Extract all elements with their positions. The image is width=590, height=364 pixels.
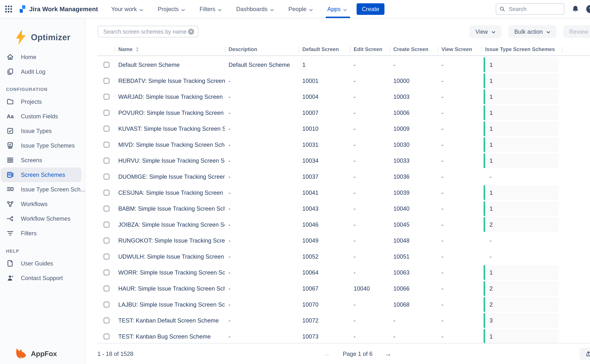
sidebar-item-label: Issue Type Schemes <box>21 142 75 149</box>
main-content: ✕ View Bulk action Review changes <box>85 18 590 364</box>
cell-name: HURVU: Simple Issue Tracking Screen Sc..… <box>115 157 225 164</box>
row-checkbox[interactable] <box>103 62 109 68</box>
app-title: Optimizer <box>31 32 70 42</box>
bulk-action-button[interactable]: Bulk action <box>508 25 556 38</box>
issue-type-schemes-icon <box>6 142 14 150</box>
column-header-end-spacer <box>562 46 590 52</box>
export-button[interactable]: Export <box>579 348 590 360</box>
nav-item-filters[interactable]: Filters <box>200 0 222 18</box>
sidebar-item-audit-log[interactable]: Audit Log <box>0 64 85 79</box>
sidebar-item-contact-support[interactable]: Contact Support <box>0 271 85 285</box>
sidebar-item-workflows[interactable]: Workflows <box>0 197 85 211</box>
sidebar-item-issue-type-schemes[interactable]: Issue Type Schemes <box>0 138 85 153</box>
row-checkbox[interactable] <box>103 94 109 100</box>
jira-brand[interactable]: Jira Work Management <box>19 0 98 18</box>
table-row: UDWULH: Simple Issue Tracking Screen S..… <box>97 249 590 265</box>
cell-edit-screen: - <box>350 237 390 244</box>
row-checkbox[interactable] <box>103 286 109 292</box>
cell-default-screen: 10031 <box>299 141 350 148</box>
create-button[interactable]: Create <box>357 3 384 15</box>
cell-create-screen: 10045 <box>390 221 438 228</box>
chevron-down-icon <box>343 6 347 13</box>
cell-edit-screen: - <box>350 93 390 100</box>
sidebar-item-user-guides[interactable]: User Guides <box>0 256 85 271</box>
cell-view-screen: - <box>438 173 482 180</box>
previous-page-arrow-icon[interactable]: ← <box>324 351 331 357</box>
jira-logo-icon <box>19 5 26 13</box>
cell-edit-screen: - <box>350 253 390 260</box>
optimizer-logo: Optimizer <box>0 18 85 46</box>
table-row: WARJAD: Simple Issue Tracking Screen S..… <box>97 89 590 105</box>
nav-item-people[interactable]: People <box>288 0 313 18</box>
folder-icon <box>6 98 14 106</box>
chevron-down-icon <box>546 28 550 35</box>
cell-create-screen: 10009 <box>390 125 438 132</box>
table-row: TEST: Kanban Default Screen Scheme - 100… <box>97 312 590 329</box>
row-checkbox[interactable] <box>103 190 109 196</box>
global-search-input[interactable] <box>508 6 561 13</box>
sidebar-item-projects[interactable]: Projects <box>0 94 85 109</box>
row-checkbox[interactable] <box>103 301 109 307</box>
view-button[interactable]: View <box>469 25 502 38</box>
sidebar-section-configuration: CONFIGURATION <box>6 87 85 92</box>
primary-nav-menu: Your work Projects Filters Dashboards Pe… <box>111 0 347 18</box>
cell-default-screen: 10073 <box>299 333 350 340</box>
cell-create-screen: - <box>390 333 438 340</box>
row-checkbox[interactable] <box>103 142 109 148</box>
nav-item-apps[interactable]: Apps <box>327 0 347 18</box>
row-checkbox[interactable] <box>103 333 109 339</box>
column-header-name[interactable]: Name <box>115 46 225 52</box>
clear-search-icon[interactable]: ✕ <box>188 29 194 35</box>
pagination: ← Page 1 of 6 → <box>324 351 391 357</box>
row-checkbox[interactable] <box>103 238 109 244</box>
cell-default-screen: 10041 <box>299 189 350 196</box>
row-checkbox[interactable] <box>103 110 109 116</box>
scheme-search-input[interactable] <box>102 28 188 35</box>
review-changes-button[interactable]: Review changes <box>563 25 590 38</box>
scheme-search[interactable]: ✕ <box>97 26 199 38</box>
cell-view-screen: - <box>438 301 482 308</box>
row-checkbox[interactable] <box>103 318 109 324</box>
sidebar-item-filters[interactable]: Filters <box>0 226 85 240</box>
cell-issue-type-screen-schemes: 1 <box>482 105 562 121</box>
row-checkbox[interactable] <box>103 206 109 212</box>
notifications-icon[interactable] <box>571 5 580 13</box>
nav-item-your-work[interactable]: Your work <box>111 0 143 18</box>
row-checkbox[interactable] <box>103 269 109 275</box>
table-row: TEST: Kanban Bug Screen Scheme - 10073 -… <box>97 329 590 344</box>
row-checkbox[interactable] <box>103 126 109 132</box>
cell-create-screen: 10066 <box>390 285 438 292</box>
row-checkbox[interactable] <box>103 78 109 84</box>
global-search[interactable] <box>496 3 564 15</box>
row-checkbox[interactable] <box>103 254 109 260</box>
help-icon[interactable]: ? <box>586 5 590 13</box>
cell-view-screen: - <box>438 221 482 228</box>
sort-icon[interactable] <box>136 47 139 52</box>
sidebar-item-issue-type-screen-schemes[interactable]: Issue Type Screen Sch... <box>0 182 85 197</box>
sidebar-item-issue-types[interactable]: Issue Types <box>0 124 85 138</box>
screen-schemes-table: Name Description Default Screen Edit Scr… <box>97 45 590 344</box>
next-page-arrow-icon[interactable]: → <box>385 351 391 357</box>
sidebar-item-label: Screens <box>21 157 42 163</box>
sidebar-item-workflow-schemes[interactable]: Workflow Schemes <box>0 211 85 226</box>
appfox-logo[interactable]: AppFox <box>15 348 57 359</box>
row-checkbox[interactable] <box>103 174 109 180</box>
sidebar-item-screens[interactable]: Screens <box>0 153 85 168</box>
cell-description: - <box>225 205 299 212</box>
chevron-down-icon <box>491 28 496 35</box>
app-switcher-icon[interactable] <box>5 6 12 13</box>
sidebar-item-screen-schemes[interactable]: Screen Schemes <box>1 168 81 182</box>
row-checkbox[interactable] <box>103 222 109 228</box>
row-checkbox[interactable] <box>103 158 109 164</box>
cell-create-screen: 10000 <box>390 78 438 84</box>
nav-item-projects[interactable]: Projects <box>158 0 185 18</box>
cell-view-screen: - <box>438 61 482 68</box>
sidebar-item-home[interactable]: Home <box>0 50 85 64</box>
cell-name: DUOMIGE: Simple Issue Tracking Screen ..… <box>115 173 225 180</box>
page-indicator: Page 1 of 6 <box>343 351 373 357</box>
nav-item-dashboards[interactable]: Dashboards <box>236 0 274 18</box>
cell-default-screen: 10043 <box>299 205 350 212</box>
sidebar-item-label: Contact Support <box>21 275 63 281</box>
sidebar-item-custom-fields[interactable]: Aa Custom Fields <box>0 109 85 124</box>
itss-count-badge: 1 <box>483 121 558 136</box>
